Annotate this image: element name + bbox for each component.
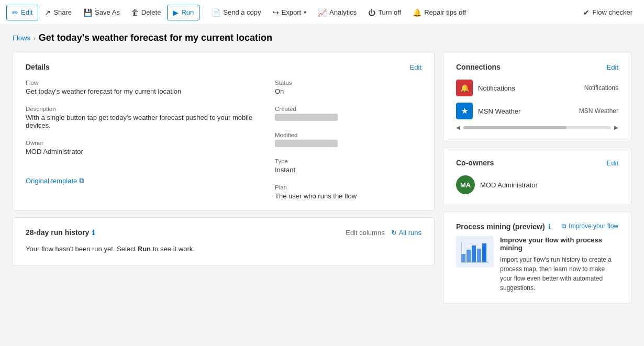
detail-owner-value: MOD Administrator [26, 148, 254, 155]
coowners-card-title: Co-owners [456, 159, 494, 167]
original-template-link[interactable]: Original template ⧉ [26, 176, 254, 185]
detail-status: Status On [275, 80, 421, 95]
detail-flow-label: Flow [26, 80, 254, 86]
connections-card-title: Connections [456, 63, 501, 71]
connection-msn-weather-type: MSN Weather [579, 107, 618, 115]
process-mining-text: Improve your flow with process mining Im… [500, 236, 618, 293]
detail-description: Description With a single button tap get… [26, 106, 254, 129]
send-copy-button[interactable]: 📄 Send a copy [206, 5, 266, 20]
detail-flow-value: Get today's weather forecast for my curr… [26, 87, 254, 95]
svg-rect-2 [472, 245, 476, 262]
svg-rect-0 [461, 254, 465, 262]
main-content: Details Edit Flow Get today's weather fo… [0, 48, 644, 316]
breadcrumb: Flows › Get today's weather forecast for… [0, 25, 644, 48]
notifications-icon: 🔔 [456, 80, 473, 96]
connection-msn-weather: ★ MSN Weather MSN Weather [456, 103, 618, 119]
breadcrumb-title: Get today's weather forecast for my curr… [39, 32, 272, 43]
share-button[interactable]: ↗ Share [39, 5, 77, 20]
process-mining-chart-svg [459, 239, 491, 264]
share-icon: ↗ [45, 8, 51, 17]
connections-card-header: Connections Edit [456, 63, 618, 71]
run-history-edit-columns[interactable]: Edit columns [346, 229, 384, 237]
process-mining-body-title: Improve your flow with process mining [500, 236, 618, 252]
save-as-button[interactable]: 💾 Save As [78, 5, 125, 20]
repair-tips-icon: 🔔 [413, 8, 421, 17]
connection-notifications: 🔔 Notifications Notifications [456, 80, 618, 96]
detail-plan-value: The user who runs the flow [275, 192, 421, 200]
run-history-info-icon: ℹ [92, 229, 95, 237]
connection-notifications-name: Notifications [478, 84, 579, 92]
detail-type: Type Instant [275, 158, 421, 174]
run-history-empty-message: Your flow hasn't been run yet. Select Ru… [26, 237, 421, 255]
flow-checker-button[interactable]: ✔ Flow checker [578, 5, 638, 20]
svg-rect-4 [482, 243, 486, 262]
analytics-button[interactable]: 📈 Analytics [313, 5, 362, 20]
improve-flow-link[interactable]: ⧉ Improve your flow [562, 222, 618, 230]
right-panel: Connections Edit 🔔 Notifications Notific… [443, 52, 631, 304]
coowners-card: Co-owners Edit MA MOD Administrator [443, 148, 631, 205]
details-right-col: Status On Created Modified Type Instant [275, 80, 421, 200]
connections-edit-link[interactable]: Edit [607, 63, 618, 71]
process-mining-header: Process mining (preview) ℹ ⧉ Improve you… [456, 222, 618, 231]
external-link-icon: ⧉ [79, 176, 84, 185]
connections-scrollbar: ◀ ▶ [456, 125, 618, 130]
process-mining-card: Process mining (preview) ℹ ⧉ Improve you… [443, 211, 631, 304]
run-history-header: 28-day run history ℹ Edit columns ↻ All … [26, 228, 421, 237]
scroll-right-arrow[interactable]: ▶ [614, 125, 618, 130]
process-mining-info-icon: ℹ [548, 223, 551, 230]
details-card-title: Details [26, 63, 50, 71]
edit-button[interactable]: ✏ Edit [6, 5, 38, 20]
connection-msn-weather-name: MSN Weather [478, 107, 574, 115]
details-grid: Flow Get today's weather forecast for my… [26, 80, 421, 200]
turn-off-button[interactable]: ⏻ Turn off [363, 5, 406, 20]
detail-modified: Modified [275, 132, 421, 148]
breadcrumb-parent[interactable]: Flows [13, 34, 30, 42]
details-card-header: Details Edit [26, 63, 421, 71]
svg-rect-1 [467, 250, 471, 262]
detail-plan-label: Plan [275, 184, 421, 191]
process-mining-body: Improve your flow with process mining Im… [456, 236, 618, 293]
export-chevron-icon: ▾ [304, 9, 306, 15]
run-history-all-runs[interactable]: ↻ All runs [391, 229, 421, 237]
scroll-thumb [463, 126, 567, 129]
msn-weather-icon: ★ [456, 103, 473, 119]
process-mining-chart-image [456, 236, 494, 267]
detail-type-label: Type [275, 158, 421, 164]
coowner-avatar: MA [456, 175, 475, 194]
connections-list: 🔔 Notifications Notifications ★ MSN Weat… [456, 80, 618, 119]
left-panel: Details Edit Flow Get today's weather fo… [13, 52, 435, 304]
detail-status-value: On [275, 87, 421, 95]
coowner-name: MOD Administrator [480, 181, 538, 189]
detail-description-value: With a single button tap get today's wea… [26, 114, 254, 129]
send-copy-icon: 📄 [212, 8, 220, 17]
coowners-edit-link[interactable]: Edit [607, 159, 618, 167]
scroll-left-arrow[interactable]: ◀ [456, 125, 460, 130]
detail-type-value: Instant [275, 166, 421, 174]
toolbar-divider [203, 6, 203, 19]
detail-modified-value [275, 140, 338, 147]
detail-created: Created [275, 106, 421, 121]
breadcrumb-separator: › [34, 35, 36, 41]
repair-tips-button[interactable]: 🔔 Repair tips off [407, 5, 471, 20]
run-button[interactable]: ▶ Run [167, 5, 199, 20]
details-edit-link[interactable]: Edit [410, 63, 421, 71]
run-history-title: 28-day run history ℹ [26, 228, 95, 237]
detail-status-label: Status [275, 80, 421, 86]
process-mining-body-text: Import your flow's run history to create… [500, 255, 618, 293]
details-left-col: Flow Get today's weather forecast for my… [26, 80, 275, 200]
refresh-icon: ↻ [391, 229, 397, 237]
scroll-track [463, 126, 611, 129]
run-history-actions: Edit columns ↻ All runs [346, 229, 421, 237]
delete-icon: 🗑 [131, 8, 139, 17]
export-button[interactable]: ↪ Export ▾ [268, 5, 312, 20]
edit-icon: ✏ [12, 8, 18, 17]
toolbar: ✏ Edit ↗ Share 💾 Save As 🗑 Delete ▶ Run … [0, 0, 644, 25]
process-mining-title-row: Process mining (preview) ℹ [456, 222, 551, 231]
flow-checker-icon: ✔ [583, 8, 590, 17]
detail-description-label: Description [26, 106, 254, 112]
coowner-item: MA MOD Administrator [456, 175, 618, 194]
connections-card: Connections Edit 🔔 Notifications Notific… [443, 52, 631, 141]
process-mining-title: Process mining (preview) [456, 222, 545, 231]
detail-flow: Flow Get today's weather forecast for my… [26, 80, 254, 95]
delete-button[interactable]: 🗑 Delete [126, 5, 166, 20]
